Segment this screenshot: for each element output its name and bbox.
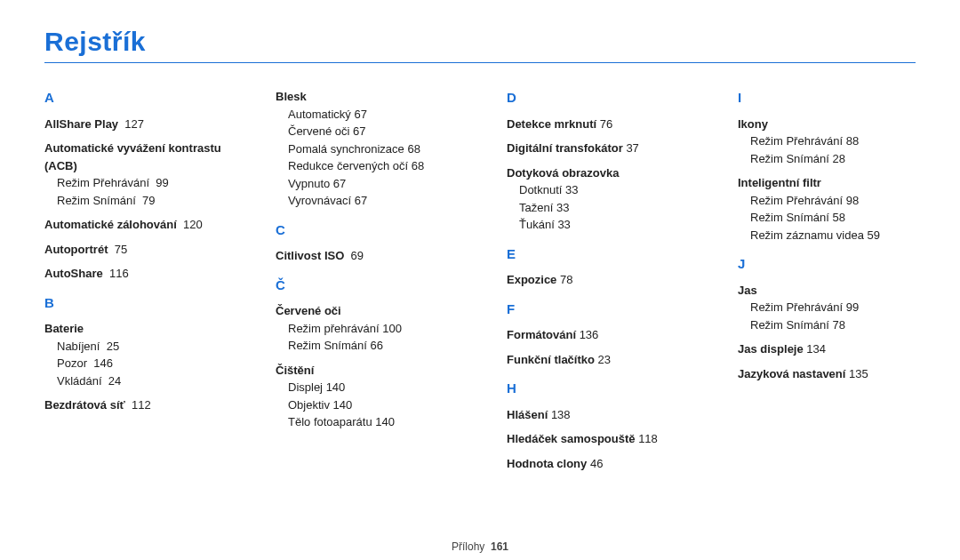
index-entry[interactable]: Blesk	[276, 88, 453, 106]
entry-page: 127	[124, 117, 144, 131]
entry-label: Jas displeje	[738, 342, 804, 356]
index-subentry[interactable]: Režim Přehrávání 99	[750, 299, 916, 316]
entry-page: 140	[375, 415, 395, 428]
entry-label: Režim Snímání	[288, 339, 367, 352]
entry-page: 46	[590, 457, 603, 470]
index-entry[interactable]: Bezdrátová síť 112	[44, 396, 222, 414]
entry-page: 37	[626, 141, 638, 155]
index-subentry[interactable]: Režim Přehrávání 99	[57, 174, 222, 192]
entry-label: Tažení	[519, 201, 553, 214]
index-subentry[interactable]: Režim Snímání 28	[750, 150, 916, 168]
footer-page-number: 161	[491, 540, 508, 553]
index-subentry[interactable]: Ťukání 33	[519, 216, 684, 234]
index-subentry[interactable]: Režim Snímání 79	[57, 192, 222, 210]
index-subentry[interactable]: Pomalá synchronizace 68	[288, 140, 453, 158]
index-entry[interactable]: Červené oči	[276, 302, 453, 320]
index-subentry[interactable]: Vypnuto 67	[288, 175, 453, 193]
entry-page: 59	[868, 228, 880, 242]
index-entry[interactable]: Digitální transfokátor 37	[507, 140, 684, 157]
entry-label: Objektiv	[288, 398, 330, 412]
index-letter: F	[507, 300, 684, 320]
index-subentry[interactable]: Režim přehrávání 100	[288, 320, 453, 338]
index-entry[interactable]: Ikony	[738, 116, 916, 133]
entry-page: 99	[846, 300, 859, 314]
entry-label: Autoportrét	[44, 243, 108, 256]
index-subentry[interactable]: Redukce červených očí 68	[288, 157, 453, 175]
index-letter: B	[44, 293, 222, 314]
entry-label: Expozice	[507, 273, 556, 286]
entry-label: Citlivost ISO	[276, 249, 344, 262]
index-subentry[interactable]: Vkládání 24	[57, 372, 222, 390]
entry-label: Vkládání	[57, 374, 102, 388]
index-entry[interactable]: Automatické vyvážení kontrastu (ACB)	[44, 140, 222, 174]
entry-page: 68	[412, 159, 424, 172]
entry-page: 66	[371, 339, 383, 352]
index-entry[interactable]: Jazyková nastavení 135	[738, 365, 916, 383]
index-entry[interactable]: Baterie	[44, 320, 222, 338]
index-col-4: I Ikony Režim Přehrávání 88 Režim Snímán…	[738, 88, 916, 472]
index-subentry[interactable]: Displej 140	[288, 379, 453, 396]
index-subentry[interactable]: Tažení 33	[519, 199, 684, 217]
entry-label: Formátování	[507, 328, 576, 341]
index-subentry[interactable]: Objektiv 140	[288, 396, 453, 414]
index-subentry[interactable]: Nabíjení 25	[57, 338, 222, 356]
index-entry[interactable]: Funkční tlačítko 23	[507, 351, 684, 369]
entry-page: 23	[598, 353, 611, 366]
index-entry[interactable]: Expozice 78	[507, 271, 684, 289]
entry-page: 112	[132, 398, 151, 412]
index-col-3: D Detekce mrknutí 76 Digitální transfoká…	[507, 88, 684, 472]
index-subentry[interactable]: Režim Snímání 78	[750, 316, 916, 334]
entry-label: Režim Snímání	[750, 152, 829, 165]
entry-page: 58	[833, 211, 845, 224]
index-col-2: Blesk Automatický 67 Červené oči 67 Poma…	[276, 88, 453, 472]
entry-label: Režim Přehrávání	[750, 134, 843, 148]
entry-page: 99	[156, 176, 168, 189]
index-entry[interactable]: Jas	[738, 282, 916, 300]
entry-page: 68	[407, 142, 420, 156]
entry-label: Nabíjení	[57, 340, 100, 353]
index-entry[interactable]: Hlášení 138	[507, 406, 684, 424]
index-entry[interactable]: Hodnota clony 46	[507, 455, 684, 473]
index-subentry[interactable]: Vyrovnávací 67	[288, 192, 453, 210]
index-letter: H	[507, 379, 684, 399]
index-subentry[interactable]: Automatický 67	[288, 106, 453, 124]
index-entry[interactable]: Detekce mrknutí 76	[507, 116, 684, 133]
index-subentry[interactable]: Režim Přehrávání 88	[750, 132, 916, 150]
index-subentry[interactable]: Pozor 146	[57, 355, 222, 372]
entry-page: 78	[560, 273, 572, 286]
entry-label: Detekce mrknutí	[507, 117, 596, 131]
entry-page: 28	[833, 152, 845, 165]
index-subentry[interactable]: Tělo fotoaparátu 140	[288, 413, 453, 431]
index-subentry[interactable]: Dotknutí 33	[519, 181, 684, 199]
index-entry[interactable]: Jas displeje 134	[738, 340, 916, 358]
entry-label: Automatické zálohování	[44, 218, 177, 231]
entry-page: 88	[846, 134, 859, 148]
index-entry[interactable]: Formátování 136	[507, 326, 684, 344]
index-entry[interactable]: AllShare Play 127	[44, 116, 222, 133]
index-subentry[interactable]: Režim Snímání 58	[750, 209, 916, 227]
entry-label: Redukce červených očí	[288, 159, 408, 172]
entry-label: Režim Přehrávání	[57, 176, 149, 189]
entry-label: Režim Přehrávání	[750, 194, 843, 207]
index-subentry[interactable]: Režim záznamu videa 59	[750, 227, 916, 244]
entry-page: 134	[806, 342, 826, 356]
entry-label: Dotknutí	[519, 183, 562, 196]
entry-label: Režim Snímání	[57, 194, 136, 207]
entry-label: Ťukání	[519, 218, 555, 231]
index-entry[interactable]: AutoShare 116	[44, 265, 222, 283]
index-columns: A AllShare Play 127 Automatické vyvážení…	[44, 88, 916, 472]
index-entry[interactable]: Dotyková obrazovka	[507, 164, 684, 182]
index-entry[interactable]: Autoportrét 75	[44, 241, 222, 259]
index-subentry[interactable]: Režim Snímání 66	[288, 337, 453, 355]
index-entry[interactable]: Automatické zálohování 120	[44, 216, 222, 234]
entry-label: Vyrovnávací	[288, 194, 351, 207]
index-entry[interactable]: Citlivost ISO 69	[276, 247, 453, 265]
index-subentry[interactable]: Režim Přehrávání 98	[750, 192, 916, 210]
entry-page: 136	[580, 328, 599, 341]
index-entry[interactable]: Hledáček samospouště 118	[507, 430, 684, 448]
entry-page: 118	[638, 432, 658, 445]
index-letter: C	[276, 220, 453, 241]
index-entry[interactable]: Inteligentní filtr	[738, 174, 916, 192]
index-subentry[interactable]: Červené oči 67	[288, 123, 453, 140]
index-entry[interactable]: Čištění	[276, 362, 453, 380]
